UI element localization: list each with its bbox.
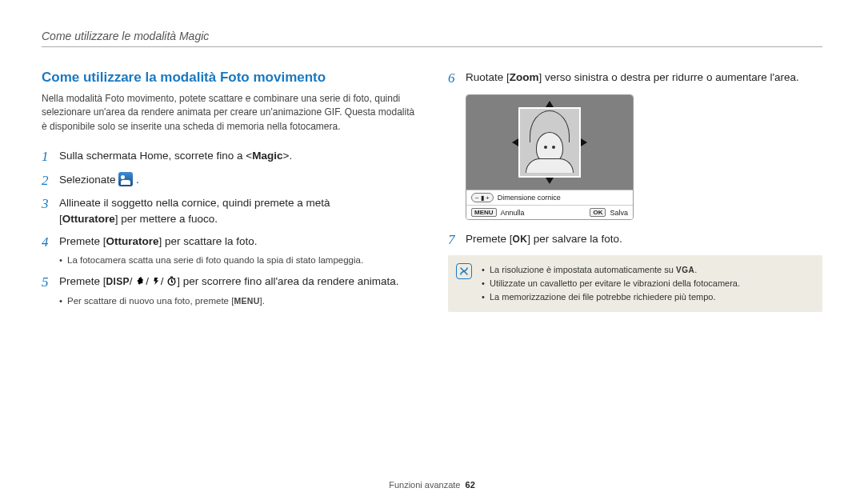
text: ] verso sinistra o destra per ridurre o … [539,71,799,83]
note-line-2: Utilizzate un cavalletto per evitare le … [482,277,813,290]
frame-size-label: Dimensione cornice [498,194,561,202]
step-number: 5 [42,274,59,290]
macro-flower-icon [135,275,146,291]
text: La risoluzione è impostata automaticamen… [490,265,676,274]
flash-bolt-icon [152,275,161,291]
note-box: La risoluzione è impostata automaticamen… [448,255,822,312]
text: Premete [ [59,275,106,287]
step-number: 1 [42,148,59,165]
preview-size-bar: − ▮ + Dimensione cornice [466,190,633,205]
step-text: Premete [DISP/ / / ] per scorrere fino a… [59,274,416,309]
menu-key-icon: MENU [471,208,497,217]
vga-label: VGA [676,266,694,274]
step-subnote: La fotocamera scatta una serie di foto q… [67,254,416,267]
zoom-rocker-icon: − ▮ + [471,193,494,202]
text: Per scattare di nuovo una foto, premete … [67,296,234,306]
section-title: Come utilizzare la modalità Foto movimen… [42,70,416,86]
step-1: 1 Sulla schermata Home, scorrete fino a … [42,148,416,165]
text: . [694,265,697,274]
step-subnote: Per scattare di nuovo una foto, premete … [67,294,416,308]
page-number: 62 [466,480,475,490]
resize-handle-down-icon [546,178,554,184]
ok-key-icon: OK [590,208,606,217]
right-column: 6 Ruotate [Zoom] verso sinistra o destra… [448,70,822,314]
step-2: 2 Selezionate . [42,172,416,189]
step-text: Sulla schermata Home, scorrete fino a <M… [59,148,416,164]
steps-list-right: 6 Ruotate [Zoom] verso sinistra o destra… [448,70,822,86]
keyword-shutter: Otturatore [106,235,159,247]
page-footer: Funzioni avanzate 62 [0,480,864,490]
keyword-zoom: Zoom [510,71,539,83]
text: Premete [ [466,233,513,245]
step-number: 6 [448,70,466,86]
text: ] per mettere a fuoco. [115,213,218,225]
timer-icon [166,275,177,291]
menu-button-label: MENU [234,295,259,308]
preview-screen [466,95,633,190]
note-line-3: La memorizzazione dei file potrebbe rich… [482,290,813,304]
step-number: 2 [42,172,59,189]
crop-frame [518,107,581,178]
left-column: Come utilizzare la modalità Foto movimen… [42,70,416,314]
preview-action-bar: MENU Annulla OK Salva [466,205,633,219]
content-columns: Come utilizzare la modalità Foto movimen… [42,70,822,314]
step-text: Selezionate . [59,172,416,188]
step-text: Premete [Otturatore] per scattare la fot… [59,234,416,267]
text: ] per scorrere fino all'area da rendere … [177,275,398,287]
step-6: 6 Ruotate [Zoom] verso sinistra o destra… [448,70,822,86]
page-header: Come utilizzare le modalità Magic [42,29,822,47]
sep: / [130,275,133,287]
footer-section: Funzioni avanzate [389,480,460,490]
sep: / [161,275,164,287]
resize-handle-left-icon [512,138,518,146]
text: ]. [260,296,265,306]
resize-handle-up-icon [546,101,554,107]
text: >. [283,150,293,162]
step-number: 4 [42,234,59,250]
step-number: 7 [448,231,466,248]
text: ] per salvare la foto. [527,233,622,245]
keyword-magic: Magic [252,150,282,162]
illustration-shoulders [526,158,574,173]
keyword-shutter: Otturatore [62,213,115,225]
disp-button-label: DISP [106,274,130,289]
step-text: Allineate il soggetto nella cornice, qui… [59,195,416,228]
sep: / [146,275,149,287]
text: . [133,174,139,186]
text: Allineate il soggetto nella cornice, qui… [59,197,330,209]
motion-photo-mode-icon [118,172,133,186]
step-7: 7 Premete [OK] per salvare la foto. [448,231,822,248]
save-label: Salva [610,209,628,217]
steps-list-right-2: 7 Premete [OK] per salvare la foto. [448,231,822,248]
camera-preview-figure: − ▮ + Dimensione cornice MENU Annulla OK… [466,94,634,220]
note-line-1: La risoluzione è impostata automaticamen… [482,263,813,277]
text: Selezionate [59,174,118,186]
step-number: 3 [42,195,59,212]
step-text: Premete [OK] per salvare la foto. [466,231,822,247]
section-intro: Nella modalità Foto movimento, potete sc… [42,92,416,134]
step-3: 3 Allineate il soggetto nella cornice, q… [42,195,416,228]
resize-handle-right-icon [581,138,587,146]
text: Sulla schermata Home, scorrete fino a < [59,150,252,162]
note-icon [456,263,472,279]
ok-button-label: OK [513,232,528,246]
cancel-label: Annulla [501,209,525,217]
text: Ruotate [ [466,71,510,83]
text: Premete [ [59,235,106,247]
text: ] per scattare la foto. [159,235,258,247]
step-4: 4 Premete [Otturatore] per scattare la f… [42,234,416,267]
step-5: 5 Premete [DISP/ / / ] per scorrere fino… [42,274,416,309]
step-text: Ruotate [Zoom] verso sinistra o destra p… [466,70,822,86]
breadcrumb: Come utilizzare le modalità Magic [42,30,209,42]
steps-list-left: 1 Sulla schermata Home, scorrete fino a … [42,148,416,308]
